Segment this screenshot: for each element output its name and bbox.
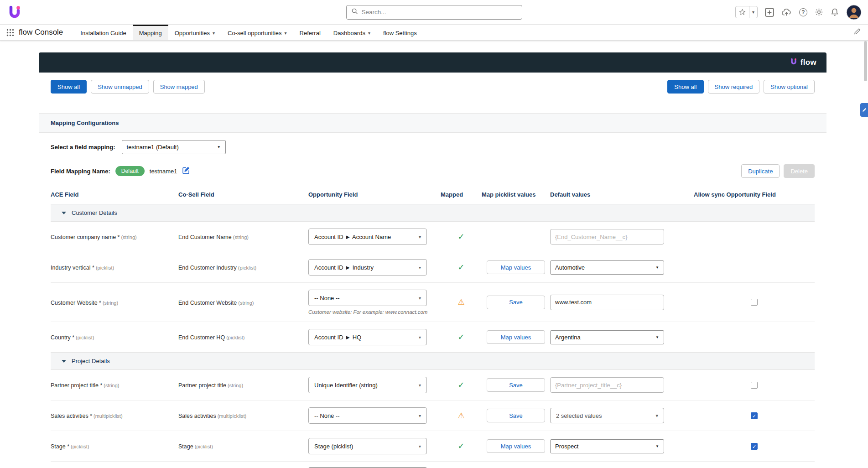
flow-logo-icon (790, 57, 798, 68)
tab-referral[interactable]: Referral (293, 25, 327, 40)
default-value-multiselect[interactable]: 2 selected values▾ (550, 408, 664, 423)
chevron-down-icon: ▼ (655, 444, 659, 448)
show-mapped-button[interactable]: Show mapped (153, 80, 205, 94)
opportunity-field-dropdown[interactable]: Unique Identifier (string)▾ (308, 377, 427, 393)
dropdown-value: Unique Identifier (string) (314, 382, 378, 389)
opportunity-field-dropdown[interactable]: Account ID ► Account Name▾ (308, 229, 427, 245)
opportunity-field-cell: -- None --▾ Customer website: For exampl… (308, 290, 441, 315)
help-icon[interactable] (799, 8, 807, 16)
col-header-default-values: Default values (550, 191, 694, 198)
map-values-button[interactable]: Map values (487, 260, 545, 274)
delete-button[interactable]: Delete (784, 164, 815, 178)
opportunity-field-cell: Stage (picklist)▾ (308, 438, 441, 454)
save-button[interactable]: Save (487, 409, 545, 422)
col-header-allow-sync: Allow sync Opportunity Field (694, 191, 815, 198)
gear-icon[interactable] (815, 8, 823, 16)
table-row: Sales activities *(multipicklist) Sales … (51, 400, 815, 431)
field-mapping-select-value: testname1 (Default) (127, 144, 179, 151)
default-value-select[interactable]: Automotive▼ (550, 260, 664, 275)
show-all-button[interactable]: Show all (667, 80, 703, 94)
tab-flow-settings[interactable]: flow Settings (377, 25, 423, 40)
opportunity-field-cell: Unique Identifier (string)▾ (308, 377, 441, 393)
table-row: Customer company name *(string) End Cust… (51, 222, 815, 252)
map-values-button[interactable]: Map values (487, 330, 545, 344)
app-launcher-icon[interactable] (6, 25, 14, 40)
app-name[interactable]: flow Console (19, 25, 63, 40)
collapse-triangle-icon[interactable] (62, 212, 66, 214)
allow-sync-cell (694, 443, 815, 450)
mapped-cell: ✓ (441, 262, 482, 272)
save-button[interactable]: Save (487, 378, 545, 392)
avatar[interactable] (846, 5, 862, 20)
chevron-down-icon: ▾ (419, 234, 421, 239)
tab-mapping[interactable]: Mapping (133, 25, 168, 40)
allow-sync-checkbox[interactable] (751, 443, 758, 450)
show-required-button[interactable]: Show required (708, 80, 760, 94)
mapping-actions: Duplicate Delete (741, 164, 815, 178)
chevron-down-icon[interactable]: ▾ (749, 10, 757, 15)
show-unmapped-button[interactable]: Show unmapped (91, 80, 149, 94)
opportunity-field-dropdown[interactable]: Account ID ► HQ▾ (308, 329, 427, 345)
opportunity-field-dropdown[interactable]: Account ID ► Industry▾ (308, 259, 427, 276)
duplicate-button[interactable]: Duplicate (741, 164, 780, 178)
tab-co-sell-opportunities[interactable]: Co-sell opportunities▾ (221, 25, 293, 40)
default-value-select[interactable]: Prospect▼ (550, 439, 664, 453)
save-button[interactable]: Save (487, 296, 545, 309)
tab-dashboards[interactable]: Dashboards▾ (327, 25, 377, 40)
default-value-select[interactable]: Argentina▼ (550, 330, 664, 344)
global-search[interactable] (346, 5, 522, 20)
mapped-cell: ✓ (441, 441, 482, 451)
map-values-button[interactable]: Map values (487, 439, 545, 453)
mapped-check-icon: ✓ (457, 332, 464, 342)
company-logo-icon[interactable] (6, 4, 23, 21)
default-value-input[interactable] (550, 295, 664, 310)
tab-opportunities[interactable]: Opportunities▾ (168, 25, 221, 40)
allow-sync-checkbox[interactable] (751, 299, 758, 306)
favorites-split-button[interactable]: ▾ (735, 6, 758, 18)
mapped-warning-icon: ⚠ (457, 411, 464, 421)
group-header-customer-details[interactable]: Customer Details (51, 204, 815, 222)
edit-pencil-icon[interactable] (182, 166, 190, 176)
search-input[interactable] (362, 9, 517, 16)
show-all-button[interactable]: Show all (51, 80, 87, 94)
show-optional-button[interactable]: Show optional (764, 80, 815, 94)
opportunity-field-dropdown[interactable]: Stage (picklist)▾ (308, 438, 427, 454)
ace-field-type: (picklist) (96, 265, 114, 270)
cloud-upload-icon[interactable] (781, 8, 792, 16)
topbar-actions: ▾ (735, 5, 862, 20)
opportunity-field-dropdown[interactable]: -- None --▾ (308, 290, 427, 306)
collapse-triangle-icon[interactable] (62, 360, 66, 363)
map-picklist-cell: Save (482, 409, 550, 422)
main-content: flow Show all Show unmapped Show mapped … (0, 41, 868, 468)
nav-tabs: Installation Guide Mapping Opportunities… (74, 25, 423, 40)
default-badge: Default (115, 166, 145, 176)
default-value-input[interactable] (550, 229, 664, 244)
tab-installation-guide[interactable]: Installation Guide (74, 25, 132, 40)
star-icon[interactable] (736, 6, 749, 18)
col-header-map-picklist: Map picklist values (482, 191, 550, 198)
default-value-input[interactable] (550, 377, 664, 393)
bell-icon[interactable] (831, 8, 839, 16)
allow-sync-checkbox[interactable] (751, 412, 758, 419)
ace-field-name: Sales activities * (51, 413, 92, 419)
add-icon[interactable] (765, 8, 774, 17)
opportunity-field-dropdown[interactable]: -- None --▾ (308, 407, 427, 424)
field-mapping-select[interactable]: testname1 (Default) ▼ (122, 140, 226, 154)
dropdown-value: -- None -- (314, 412, 340, 419)
allow-sync-checkbox[interactable] (751, 382, 758, 389)
mapped-cell: ✓ (441, 232, 482, 242)
select-value: Automotive (555, 264, 585, 271)
feedback-side-tab[interactable] (860, 103, 868, 117)
vertical-scrollbar[interactable] (864, 41, 867, 81)
chevron-down-icon: ▾ (419, 265, 421, 270)
edit-nav-pencil-icon[interactable] (854, 28, 861, 37)
chevron-down-icon: ▾ (213, 31, 215, 36)
mapped-warning-icon: ⚠ (457, 297, 464, 307)
allow-sync-cell (694, 382, 815, 389)
field-helper-text: Customer website: For example: www.conna… (308, 309, 441, 315)
table-row: Country *(picklist) End Customer HQ(pick… (51, 322, 815, 352)
group-header-project-details[interactable]: Project Details (51, 352, 815, 370)
cosell-field-type: (multipicklist) (218, 413, 247, 419)
multiselect-value: 2 selected values (556, 412, 602, 419)
ace-field-type: (picklist) (76, 335, 94, 340)
